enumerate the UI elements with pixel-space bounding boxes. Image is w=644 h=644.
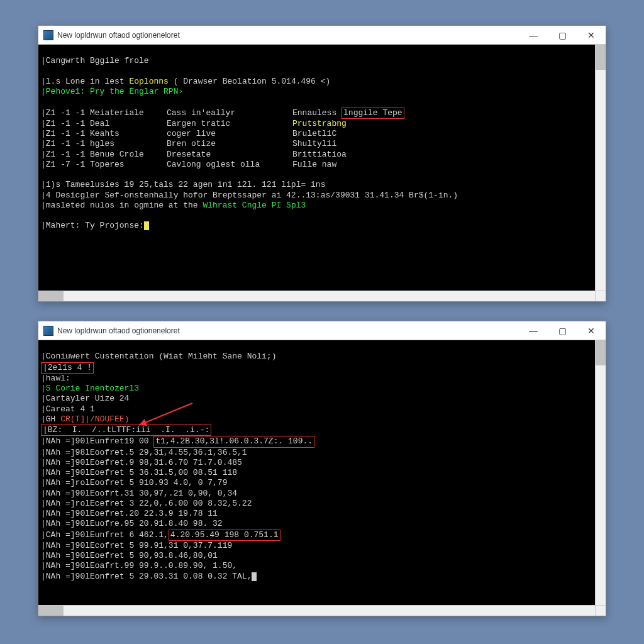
maximize-button[interactable]: ▢ xyxy=(548,26,577,44)
highlight-box: |BZ: I. /..tLTTF:iii .I. .i.-: xyxy=(41,425,211,436)
out-line: |NAh =]90lEunfret19 00 t1,4.2B.30,3l!.06… xyxy=(41,436,314,446)
table-row: |Z1 -1 -1 DealEargen traticPrutstrabng xyxy=(41,119,347,128)
out-line: |l.s Lone in lest Eoplonns ( Drawser Beo… xyxy=(41,77,330,86)
out-line: |NAh =]90lEcofret 5 99.91,31 0,37.7.119 xyxy=(41,541,232,550)
out-line: |CAh =]90lEunfret 6 462.1,4.20.95.49 198… xyxy=(41,530,280,540)
close-button[interactable]: ✕ xyxy=(577,321,606,340)
out-line: |masleted nulos in ogmine at the Wlhrast… xyxy=(41,201,306,210)
out-line: |NAh =]rolEcefret 3 22,0,.6.00 00 8.32,5… xyxy=(41,499,252,508)
table-row: |Z1 -7 -1 ToperesCavlong oglest ollaFull… xyxy=(41,160,336,169)
table-row: |Z1 -1 -1 hglesBren otizeShultyl1i xyxy=(41,139,336,148)
cursor-icon xyxy=(144,221,149,230)
out-line: |NAh =]90lEoefret 5 90,93.8.46,80,01 xyxy=(41,551,218,560)
scrollbar-thumb[interactable] xyxy=(596,45,606,70)
out-line: |BZ: I. /..tLTTF:iii .I. .i.-: xyxy=(41,425,211,435)
scrollbar-thumb[interactable] xyxy=(38,606,64,616)
highlight-box: lnggile Tepe xyxy=(341,108,404,119)
window-title: New lopldrwun oftaod ogtioneneloret xyxy=(57,326,519,335)
horizontal-scrollbar[interactable] xyxy=(38,605,595,616)
scrollbar-thumb[interactable] xyxy=(38,291,64,301)
terminal-body: |Coniuwert Custentation (Wiat Mileht San… xyxy=(38,340,606,616)
scrollbar-thumb[interactable] xyxy=(596,340,606,365)
minimize-button[interactable]: — xyxy=(519,26,548,44)
out-line: |NAh =]rolEoofret 5 910.93 4.0, 0 7,79 xyxy=(41,478,227,487)
out-line: |NAh =]90lEuofre.95 20.91.8.40 98. 32 xyxy=(41,519,223,528)
cursor-icon xyxy=(252,572,257,581)
out-line: |NAh =]90lEonfret 5 29.03.31 0.08 0.32 T… xyxy=(41,572,257,581)
minimize-button[interactable]: — xyxy=(519,321,548,340)
out-line: |NAh =]90lEoefret 5 36.31.5,00 08.51 118 xyxy=(41,468,237,477)
out-line: |Coniuwert Custentation (Wiat Mileht San… xyxy=(41,352,276,361)
terminal-output[interactable]: |Coniuwert Custentation (Wiat Mileht San… xyxy=(38,340,595,605)
titlebar[interactable]: New lopldrwun oftaod ogtioneneloret — ▢ … xyxy=(38,321,606,340)
svg-line-0 xyxy=(139,403,192,425)
maximize-button[interactable]: ▢ xyxy=(548,321,577,340)
table-row: |Z1 -1 -1 Keahtscoger liveBruletl1C xyxy=(41,129,336,138)
out-line: |NAh =]90lEoafrt.99 99.9..0.89.90, 1.50, xyxy=(41,561,237,570)
out-line: |Careat 4 1 xyxy=(41,404,95,414)
out-line: |GH CR(T]|/NOUFEE) xyxy=(41,414,129,424)
out-line: |4 Desicgler Sef-onstenhally hofor Brept… xyxy=(41,191,458,200)
window-controls: — ▢ ✕ xyxy=(519,26,606,44)
out-line: |S Corie Inentozerl3 xyxy=(41,384,139,393)
terminal-window-1: New lopldrwun oftaod ogtioneneloret — ▢ … xyxy=(38,25,606,302)
out-line: |NAh =]98lEoofret.5 29,31,4.55,36.1,36.5… xyxy=(41,448,247,457)
vertical-scrollbar[interactable] xyxy=(595,340,606,605)
table-row: |Z1 -1 -1 MeiaterialeCass in'eallyrEnnau… xyxy=(41,108,404,118)
terminal-window-2: New lopldrwun oftaod ogtioneneloret — ▢ … xyxy=(38,321,606,616)
highlight-box: |2el1s 4 ! xyxy=(41,362,94,374)
out-line: |hawl: xyxy=(41,374,70,383)
window-controls: — ▢ ✕ xyxy=(519,321,606,340)
out-line: |2el1s 4 ! xyxy=(41,363,94,372)
scroll-corner xyxy=(595,291,606,301)
terminal-output[interactable]: |Cangwrth Bggile frole |l.s Lone in lest… xyxy=(38,45,595,291)
out-line: |NAh =]90lEoofrt.31 30,97,.21 0,90, 0,34 xyxy=(41,489,237,498)
app-icon xyxy=(43,30,53,40)
prompt-line[interactable]: |Mahert: Ty Projonse: xyxy=(41,221,149,230)
close-button[interactable]: ✕ xyxy=(577,26,606,44)
out-line: |Pehove1: Pry the Englar RPN› xyxy=(41,87,183,96)
horizontal-scrollbar[interactable] xyxy=(38,291,595,301)
out-line: |Cartayler Uize 24 xyxy=(41,394,129,403)
out-line: |Cangwrth Bggile frole xyxy=(41,56,149,65)
window-title: New lopldrwun oftaod ogtioneneloret xyxy=(57,31,519,40)
titlebar[interactable]: New lopldrwun oftaod ogtioneneloret — ▢ … xyxy=(38,26,606,45)
vertical-scrollbar[interactable] xyxy=(595,45,606,291)
out-line: |NAh =]90lEoefret.9 98,31.6.70 71.7.0.48… xyxy=(41,458,242,467)
scroll-corner xyxy=(595,605,606,616)
app-icon xyxy=(43,326,53,336)
highlight-box: t1,4.2B.30,3l!.06.0.3.7Z:. 109.. xyxy=(153,436,314,447)
out-line: |1)s Tameelusies 19 25,tals 22 agen in1 … xyxy=(41,180,325,189)
out-line: |NAh =]90lEoefret.20 22.3.9 19.78 11 xyxy=(41,509,218,518)
highlight-box: 4.20.95.49 198 0.751.1 xyxy=(169,530,280,541)
terminal-body: |Cangwrth Bggile frole |l.s Lone in lest… xyxy=(38,45,606,301)
table-row: |Z1 -1 -1 Benue CroleDresetateBrittiatio… xyxy=(41,150,347,159)
